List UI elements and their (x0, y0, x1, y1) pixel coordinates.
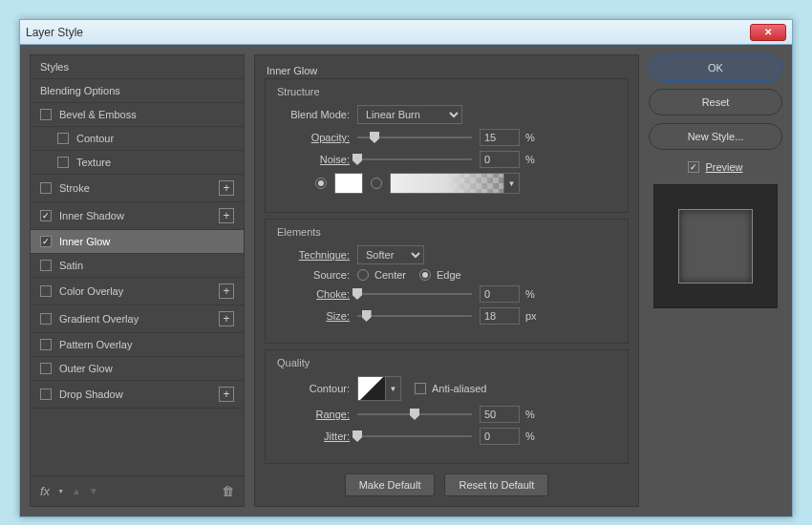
jitter-label: Jitter: (277, 430, 350, 442)
checkbox-icon[interactable] (688, 161, 699, 173)
window-title: Layer Style (26, 26, 750, 39)
source-center-radio[interactable] (357, 269, 369, 281)
sidebar-item-label: Inner Shadow (59, 210, 124, 221)
group-label: Elements (277, 226, 616, 238)
opacity-slider[interactable] (357, 130, 472, 145)
preview-box (653, 184, 778, 308)
sidebar-item-label: Color Overlay (59, 285, 123, 297)
plus-icon[interactable]: + (219, 284, 234, 299)
chevron-down-icon[interactable]: ▼ (57, 488, 64, 494)
sidebar-item-color-overlay[interactable]: Color Overlay + (31, 278, 244, 305)
range-input[interactable]: 50 (480, 406, 520, 423)
sidebar-item-label: Drop Shadow (59, 388, 123, 400)
checkbox-icon[interactable] (40, 339, 52, 350)
sidebar-item-inner-glow[interactable]: Inner Glow (31, 230, 244, 254)
preview-thumbnail (678, 209, 753, 284)
noise-input[interactable]: 0 (480, 151, 520, 168)
checkbox-icon[interactable] (40, 388, 52, 400)
new-style-button[interactable]: New Style... (649, 123, 782, 150)
sidebar-item-bevel-emboss[interactable]: Bevel & Emboss (31, 103, 244, 127)
checkbox-icon[interactable] (40, 109, 52, 120)
size-input[interactable]: 18 (480, 307, 520, 325)
checkbox-icon[interactable] (40, 313, 52, 325)
plus-icon[interactable]: + (219, 180, 234, 196)
sidebar-item-label: Gradient Overlay (59, 313, 139, 325)
sidebar-header-styles[interactable]: Styles (31, 55, 244, 79)
layer-style-dialog: Layer Style ✕ Styles Blending Options Be… (19, 19, 793, 517)
checkbox-icon[interactable] (40, 363, 52, 374)
plus-icon[interactable]: + (219, 387, 234, 402)
sidebar-item-gradient-overlay[interactable]: Gradient Overlay + (31, 305, 244, 333)
sidebar-item-inner-shadow[interactable]: Inner Shadow + (31, 202, 244, 230)
arrow-down-icon[interactable]: ▼ (89, 486, 98, 496)
ok-button[interactable]: OK (649, 54, 782, 81)
sidebar-item-drop-shadow[interactable]: Drop Shadow + (31, 381, 244, 409)
color-radio[interactable] (315, 178, 327, 189)
source-edge-label: Edge (437, 269, 461, 281)
checkbox-icon[interactable] (57, 157, 69, 168)
technique-select[interactable]: Softer (357, 245, 424, 264)
size-slider[interactable] (357, 308, 472, 324)
sidebar-blending-options[interactable]: Blending Options (31, 79, 244, 103)
range-label: Range: (277, 409, 350, 420)
contour-swatch[interactable] (357, 376, 386, 401)
titlebar[interactable]: Layer Style ✕ (20, 20, 792, 45)
sidebar-item-label: Texture (76, 157, 111, 168)
unit-label: % (525, 288, 535, 300)
sidebar-item-outer-glow[interactable]: Outer Glow (31, 357, 244, 381)
checkbox-icon[interactable] (57, 133, 69, 144)
noise-label: Noise: (277, 154, 350, 165)
color-swatch[interactable] (334, 173, 363, 194)
gradient-swatch[interactable] (390, 173, 504, 194)
antialiased-checkbox[interactable] (415, 383, 426, 394)
sidebar-item-pattern-overlay[interactable]: Pattern Overlay (31, 333, 244, 357)
blend-mode-select[interactable]: Linear Burn (357, 105, 462, 124)
close-button[interactable]: ✕ (750, 24, 786, 41)
unit-label: % (525, 132, 535, 143)
elements-group: Elements Technique: Softer Source: Cente… (265, 219, 629, 344)
structure-group: Structure Blend Mode: Linear Burn Opacit… (265, 78, 629, 213)
sidebar-item-label: Satin (59, 260, 83, 271)
reset-default-button[interactable]: Reset to Default (444, 473, 548, 496)
opacity-input[interactable]: 15 (480, 129, 520, 146)
unit-label: px (525, 310, 537, 322)
checkbox-icon[interactable] (40, 210, 52, 221)
choke-label: Choke: (277, 288, 350, 300)
noise-slider[interactable] (357, 152, 472, 167)
group-label: Quality (277, 357, 616, 368)
arrow-up-icon[interactable]: ▲ (72, 486, 81, 496)
choke-slider[interactable] (357, 286, 472, 302)
fx-icon[interactable]: fx (40, 484, 50, 498)
plus-icon[interactable]: + (219, 311, 234, 326)
range-slider[interactable] (357, 407, 472, 422)
jitter-input[interactable]: 0 (480, 428, 520, 445)
sidebar-item-contour[interactable]: Contour (31, 127, 244, 151)
quality-group: Quality Contour: ▼ Anti-aliased Range: 5… (265, 349, 629, 464)
source-edge-radio[interactable] (419, 269, 431, 281)
chevron-down-icon[interactable]: ▼ (504, 173, 520, 194)
antialiased-label: Anti-aliased (432, 383, 486, 394)
checkbox-icon[interactable] (40, 285, 52, 297)
checkbox-icon[interactable] (40, 182, 52, 194)
make-default-button[interactable]: Make Default (345, 473, 436, 496)
gradient-radio[interactable] (371, 178, 382, 189)
plus-icon[interactable]: + (219, 208, 234, 223)
group-label: Structure (277, 86, 616, 97)
preview-label: Preview (705, 161, 742, 173)
preview-toggle[interactable]: Preview (649, 161, 782, 173)
jitter-slider[interactable] (357, 429, 472, 444)
sidebar-item-stroke[interactable]: Stroke + (31, 175, 244, 202)
reset-button[interactable]: Reset (649, 89, 782, 116)
unit-label: % (525, 154, 535, 165)
sidebar-item-texture[interactable]: Texture (31, 151, 244, 175)
sidebar-item-label: Pattern Overlay (59, 339, 132, 350)
unit-label: % (525, 409, 535, 420)
chevron-down-icon[interactable]: ▼ (386, 376, 401, 401)
checkbox-icon[interactable] (40, 236, 52, 247)
trash-icon[interactable]: 🗑 (222, 484, 234, 498)
checkbox-icon[interactable] (40, 260, 52, 271)
sidebar-item-satin[interactable]: Satin (31, 254, 244, 278)
opacity-label: Opacity: (277, 132, 350, 143)
sidebar-item-label: Stroke (59, 182, 90, 194)
choke-input[interactable]: 0 (480, 285, 520, 303)
